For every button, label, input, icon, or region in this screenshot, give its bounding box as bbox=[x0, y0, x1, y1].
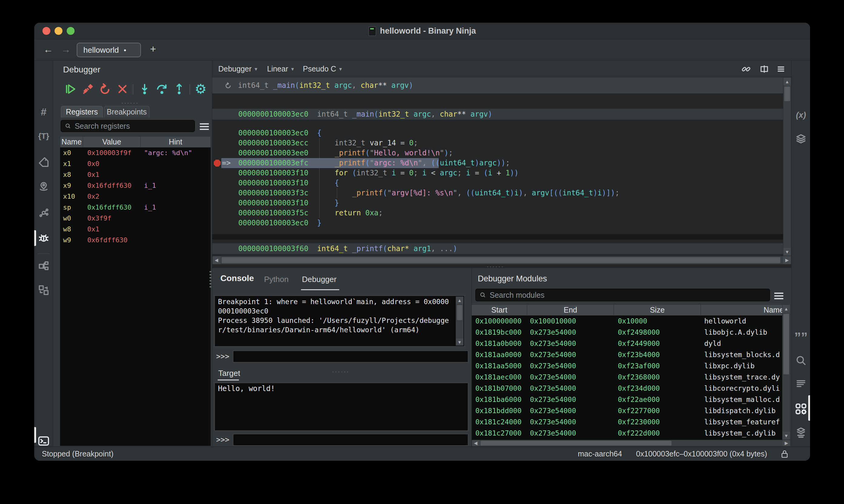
register-row[interactable]: w80x1 bbox=[60, 224, 211, 235]
arch-label[interactable]: mac-aarch64 bbox=[578, 449, 622, 458]
module-row[interactable]: 0x181c270000x273e540000xf222d000libsyste… bbox=[472, 428, 782, 439]
column-size[interactable]: Size bbox=[614, 305, 701, 315]
horizontal-scrollbar[interactable]: ◀ ▶ bbox=[472, 440, 790, 447]
menu-icon[interactable] bbox=[776, 64, 786, 74]
panel-splitter-handle[interactable] bbox=[209, 271, 211, 289]
column-value[interactable]: Value bbox=[83, 137, 141, 147]
code-line[interactable]: 0000000100003ee0 _printf("Hello, world!\… bbox=[212, 148, 783, 158]
code-line[interactable]: 0000000100003ecc int32_t var_14 = 0; bbox=[212, 138, 783, 148]
code-line[interactable]: =>0000000100003efc _printf("argc: %d\n",… bbox=[212, 158, 783, 168]
splitter-handle[interactable]: ······ bbox=[332, 368, 349, 375]
kill-button[interactable] bbox=[116, 83, 129, 96]
code-line[interactable]: 0000000100003ec0{ bbox=[212, 128, 783, 138]
register-row[interactable]: x100x2 bbox=[60, 191, 211, 202]
code-line[interactable]: 0000000100003f10 for (int32_t i = 0; i <… bbox=[212, 168, 783, 178]
tab-python[interactable]: Python bbox=[264, 275, 289, 284]
column-start[interactable]: Start bbox=[472, 305, 527, 315]
register-row[interactable]: x90x16fdff630i_1 bbox=[60, 180, 211, 191]
module-row[interactable]: 0x181ba60000x273e540000xf22ae000libsyste… bbox=[472, 394, 782, 405]
module-row[interactable]: 0x181aec0000x273e540000xf2368000libsyste… bbox=[472, 372, 782, 383]
quotes-icon[interactable]: ”” bbox=[792, 330, 810, 345]
new-tab-button[interactable]: + bbox=[150, 43, 156, 55]
module-row[interactable]: 0x1819bc0000x273e540000xf2498000libobjc.… bbox=[472, 327, 782, 338]
breakpoint-icon[interactable] bbox=[214, 160, 221, 167]
types-icon[interactable]: {T} bbox=[34, 129, 53, 143]
split-view-icon[interactable] bbox=[759, 64, 769, 74]
debugger-command-input[interactable] bbox=[233, 350, 468, 363]
vertical-scrollbar[interactable]: ▲ ▼ bbox=[782, 304, 790, 440]
detach-button[interactable] bbox=[81, 83, 94, 96]
view-dropdown-linear[interactable]: Linear▾ bbox=[267, 60, 294, 77]
tab-helloworld[interactable]: helloworld ● bbox=[77, 43, 141, 57]
module-search[interactable] bbox=[475, 289, 770, 301]
vertical-scrollbar[interactable]: ▲ ▼ bbox=[783, 77, 791, 256]
terminal-icon[interactable] bbox=[34, 434, 53, 448]
tab-registers[interactable]: Registers bbox=[61, 106, 103, 118]
target-tab[interactable]: Target bbox=[218, 368, 240, 378]
register-row[interactable]: w90x6fdff630 bbox=[60, 235, 211, 246]
code-line[interactable]: 0000000100003f10 { bbox=[212, 178, 783, 188]
settings-button[interactable]: ⚙ bbox=[194, 83, 207, 96]
code-line[interactable]: 0000000100003ec0} bbox=[212, 218, 783, 228]
graph-node-icon[interactable] bbox=[34, 205, 53, 220]
column-name[interactable]: Name bbox=[701, 305, 782, 315]
components-gear-icon[interactable] bbox=[792, 402, 810, 416]
tag-icon[interactable] bbox=[34, 155, 53, 169]
hash-icon[interactable]: # bbox=[34, 105, 53, 119]
register-row[interactable]: sp0x16fdff630i_1 bbox=[60, 202, 211, 213]
swap-icon[interactable] bbox=[34, 283, 53, 298]
module-row[interactable]: 0x181bdd0000x273e540000xf2277000libdispa… bbox=[472, 405, 782, 416]
bug-icon[interactable] bbox=[34, 231, 53, 245]
step-return-button[interactable] bbox=[172, 83, 186, 96]
target-prompt: >>> bbox=[216, 435, 229, 444]
step-over-button[interactable] bbox=[155, 83, 169, 96]
column-name[interactable]: Name bbox=[60, 137, 83, 147]
find-icon[interactable] bbox=[792, 353, 810, 368]
module-row[interactable]: 0x1000000000x1000100000x10000helloworld bbox=[472, 316, 782, 327]
module-row[interactable]: 0x181b070000x273e540000xf234d000libcorec… bbox=[472, 383, 782, 394]
tab-debugger[interactable]: Debugger bbox=[302, 275, 337, 284]
tab-breakpoints[interactable]: Breakpoints bbox=[104, 106, 150, 118]
log-lines-icon[interactable] bbox=[792, 377, 810, 391]
step-into-button[interactable] bbox=[138, 83, 151, 96]
splitter-handle[interactable]: ······ bbox=[121, 100, 139, 106]
scroll-up-icon: ▲ bbox=[782, 305, 790, 312]
module-menu-icon[interactable] bbox=[774, 291, 783, 301]
sticky-function-header[interactable]: int64_t _main(int32_t argc, char** argv) bbox=[212, 77, 791, 94]
code-line[interactable]: 0000000100003f10 } bbox=[212, 198, 783, 208]
code-line[interactable]: 0000000100003ec0int64_t _main(int32_t ar… bbox=[212, 109, 783, 120]
register-menu-icon[interactable] bbox=[200, 122, 209, 131]
register-row[interactable]: x10x0 bbox=[60, 158, 211, 169]
lock-icon[interactable] bbox=[781, 449, 789, 458]
view-dropdown-debugger[interactable]: Debugger▾ bbox=[218, 60, 257, 77]
module-row[interactable]: 0x181aa50000x273e540000xf23af000libxpc.d… bbox=[472, 360, 782, 372]
left-icon-rail: # {T} bbox=[34, 60, 53, 447]
forward-arrow-icon[interactable]: → bbox=[61, 44, 71, 55]
register-row[interactable]: x00x100003f9f"argc: %d\n" bbox=[60, 147, 211, 158]
register-row[interactable]: x80x1 bbox=[60, 169, 211, 180]
stack-layers-icon[interactable] bbox=[792, 132, 810, 147]
code-line[interactable]: 0000000100003f3c _printf("argv[%d]: %s\n… bbox=[212, 188, 783, 198]
back-arrow-icon[interactable]: ← bbox=[44, 44, 53, 55]
module-row[interactable]: 0x181c240000x273e540000xf2230000libsyste… bbox=[472, 416, 782, 428]
output-scrollbar[interactable]: ▲ ▼ bbox=[455, 296, 464, 346]
column-end[interactable]: End bbox=[527, 305, 614, 315]
hierarchy-icon[interactable] bbox=[34, 259, 53, 273]
code-line[interactable]: 0000000100003f5c return 0xa; bbox=[212, 208, 783, 218]
target-input[interactable] bbox=[233, 434, 468, 446]
module-search-input[interactable] bbox=[489, 290, 766, 300]
restart-button[interactable] bbox=[99, 83, 112, 96]
link-icon[interactable] bbox=[741, 64, 751, 74]
resume-button[interactable] bbox=[64, 83, 77, 96]
register-row[interactable]: w00x3f9f bbox=[60, 213, 211, 224]
code-line[interactable]: 0000000100003f60int64_t _printf(char* ar… bbox=[212, 243, 783, 254]
module-row[interactable]: 0x181a0b0000x273e540000xf2449000dyld bbox=[472, 338, 782, 349]
location-pin-icon[interactable] bbox=[34, 180, 53, 194]
column-hint[interactable]: Hint bbox=[141, 137, 210, 147]
memory-layers-icon[interactable] bbox=[792, 426, 810, 440]
module-row[interactable]: 0x181aa00000x273e540000xf23b4000libsyste… bbox=[472, 349, 782, 360]
variables-icon[interactable]: (x) bbox=[792, 108, 810, 122]
register-search[interactable] bbox=[61, 120, 195, 132]
view-dropdown-pseudo-c[interactable]: Pseudo C▾ bbox=[303, 60, 342, 77]
register-search-input[interactable] bbox=[74, 122, 191, 131]
